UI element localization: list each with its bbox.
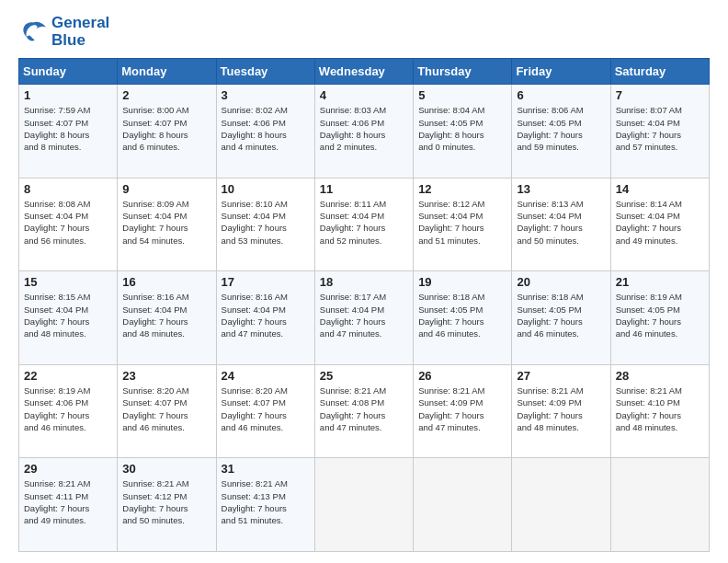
- day-number: 18: [320, 275, 408, 289]
- day-number: 26: [418, 369, 506, 383]
- cell-text: Sunrise: 8:21 AM Sunset: 4:12 PM Dayligh…: [122, 477, 210, 526]
- cell-text: Sunrise: 8:04 AM Sunset: 4:05 PM Dayligh…: [418, 104, 506, 153]
- cell-text: Sunrise: 8:13 AM Sunset: 4:04 PM Dayligh…: [517, 198, 605, 247]
- week-row-3: 15Sunrise: 8:15 AM Sunset: 4:04 PM Dayli…: [19, 271, 710, 365]
- cell-text: Sunrise: 8:21 AM Sunset: 4:11 PM Dayligh…: [24, 477, 112, 526]
- calendar-cell: [610, 458, 709, 552]
- calendar-cell: 4Sunrise: 8:03 AM Sunset: 4:06 PM Daylig…: [314, 85, 413, 178]
- cell-text: Sunrise: 8:17 AM Sunset: 4:04 PM Dayligh…: [320, 291, 408, 339]
- calendar-cell: 29Sunrise: 8:21 AM Sunset: 4:11 PM Dayli…: [19, 458, 118, 552]
- weekday-header-wednesday: Wednesday: [314, 59, 413, 85]
- calendar-cell: 10Sunrise: 8:10 AM Sunset: 4:04 PM Dayli…: [216, 178, 314, 271]
- cell-text: Sunrise: 8:16 AM Sunset: 4:04 PM Dayligh…: [122, 291, 210, 339]
- calendar-cell: 21Sunrise: 8:19 AM Sunset: 4:05 PM Dayli…: [610, 271, 709, 365]
- cell-text: Sunrise: 8:21 AM Sunset: 4:09 PM Dayligh…: [418, 385, 506, 433]
- cell-text: Sunrise: 8:21 AM Sunset: 4:08 PM Dayligh…: [320, 385, 408, 433]
- cell-text: Sunrise: 8:21 AM Sunset: 4:10 PM Dayligh…: [616, 385, 704, 433]
- cell-text: Sunrise: 8:21 AM Sunset: 4:13 PM Dayligh…: [222, 477, 310, 526]
- day-number: 5: [418, 88, 506, 102]
- calendar-cell: 27Sunrise: 8:21 AM Sunset: 4:09 PM Dayli…: [512, 364, 610, 458]
- logo: General Blue: [18, 15, 109, 49]
- day-number: 20: [517, 275, 605, 289]
- day-number: 2: [122, 88, 210, 102]
- calendar-cell: 22Sunrise: 8:19 AM Sunset: 4:06 PM Dayli…: [19, 364, 118, 458]
- cell-text: Sunrise: 8:09 AM Sunset: 4:04 PM Dayligh…: [122, 198, 210, 247]
- calendar-cell: 3Sunrise: 8:02 AM Sunset: 4:06 PM Daylig…: [216, 85, 314, 178]
- calendar-body: 1Sunrise: 7:59 AM Sunset: 4:07 PM Daylig…: [19, 85, 710, 552]
- cell-text: Sunrise: 8:19 AM Sunset: 4:05 PM Dayligh…: [616, 291, 704, 339]
- calendar-cell: 5Sunrise: 8:04 AM Sunset: 4:05 PM Daylig…: [414, 85, 512, 178]
- calendar-cell: 16Sunrise: 8:16 AM Sunset: 4:04 PM Dayli…: [118, 271, 216, 365]
- week-row-1: 1Sunrise: 7:59 AM Sunset: 4:07 PM Daylig…: [19, 85, 710, 178]
- week-row-4: 22Sunrise: 8:19 AM Sunset: 4:06 PM Dayli…: [19, 364, 710, 458]
- weekday-header-sunday: Sunday: [19, 59, 118, 85]
- calendar-cell: 26Sunrise: 8:21 AM Sunset: 4:09 PM Dayli…: [414, 364, 512, 458]
- day-number: 8: [24, 182, 112, 196]
- cell-text: Sunrise: 8:12 AM Sunset: 4:04 PM Dayligh…: [418, 198, 506, 247]
- cell-text: Sunrise: 8:06 AM Sunset: 4:05 PM Dayligh…: [517, 104, 605, 153]
- day-number: 6: [517, 88, 605, 102]
- cell-text: Sunrise: 8:16 AM Sunset: 4:04 PM Dayligh…: [222, 291, 310, 339]
- day-number: 21: [616, 275, 704, 289]
- cell-text: Sunrise: 8:18 AM Sunset: 4:05 PM Dayligh…: [418, 291, 506, 339]
- week-row-5: 29Sunrise: 8:21 AM Sunset: 4:11 PM Dayli…: [19, 458, 710, 552]
- calendar-header: SundayMondayTuesdayWednesdayThursdayFrid…: [19, 59, 710, 85]
- calendar-cell: 7Sunrise: 8:07 AM Sunset: 4:04 PM Daylig…: [610, 85, 709, 178]
- day-number: 24: [222, 369, 310, 383]
- calendar-cell: 8Sunrise: 8:08 AM Sunset: 4:04 PM Daylig…: [19, 178, 118, 271]
- day-number: 23: [122, 369, 210, 383]
- calendar-cell: 12Sunrise: 8:12 AM Sunset: 4:04 PM Dayli…: [414, 178, 512, 271]
- calendar-cell: 6Sunrise: 8:06 AM Sunset: 4:05 PM Daylig…: [512, 85, 610, 178]
- weekday-header-row: SundayMondayTuesdayWednesdayThursdayFrid…: [19, 59, 710, 85]
- header: General Blue: [18, 15, 710, 49]
- cell-text: Sunrise: 8:02 AM Sunset: 4:06 PM Dayligh…: [222, 104, 310, 153]
- calendar-cell: 25Sunrise: 8:21 AM Sunset: 4:08 PM Dayli…: [314, 364, 413, 458]
- calendar-cell: 24Sunrise: 8:20 AM Sunset: 4:07 PM Dayli…: [216, 364, 314, 458]
- calendar-cell: 20Sunrise: 8:18 AM Sunset: 4:05 PM Dayli…: [512, 271, 610, 365]
- day-number: 29: [24, 462, 112, 476]
- cell-text: Sunrise: 8:10 AM Sunset: 4:04 PM Dayligh…: [222, 198, 310, 247]
- day-number: 9: [122, 182, 210, 196]
- logo-text: General Blue: [51, 15, 109, 49]
- cell-text: Sunrise: 8:14 AM Sunset: 4:04 PM Dayligh…: [616, 198, 704, 247]
- cell-text: Sunrise: 8:19 AM Sunset: 4:06 PM Dayligh…: [24, 385, 112, 433]
- day-number: 7: [616, 88, 704, 102]
- calendar-cell: 30Sunrise: 8:21 AM Sunset: 4:12 PM Dayli…: [118, 458, 216, 552]
- day-number: 31: [222, 462, 310, 476]
- cell-text: Sunrise: 8:20 AM Sunset: 4:07 PM Dayligh…: [122, 385, 210, 433]
- day-number: 27: [517, 369, 605, 383]
- cell-text: Sunrise: 8:03 AM Sunset: 4:06 PM Dayligh…: [320, 104, 408, 153]
- day-number: 12: [418, 182, 506, 196]
- calendar-cell: [414, 458, 512, 552]
- day-number: 17: [222, 275, 310, 289]
- day-number: 25: [320, 369, 408, 383]
- calendar-cell: 9Sunrise: 8:09 AM Sunset: 4:04 PM Daylig…: [118, 178, 216, 271]
- day-number: 3: [222, 88, 310, 102]
- calendar-cell: 31Sunrise: 8:21 AM Sunset: 4:13 PM Dayli…: [216, 458, 314, 552]
- day-number: 11: [320, 182, 408, 196]
- day-number: 28: [616, 369, 704, 383]
- calendar-cell: 1Sunrise: 7:59 AM Sunset: 4:07 PM Daylig…: [19, 85, 118, 178]
- calendar-cell: [314, 458, 413, 552]
- week-row-2: 8Sunrise: 8:08 AM Sunset: 4:04 PM Daylig…: [19, 178, 710, 271]
- weekday-header-monday: Monday: [118, 59, 216, 85]
- calendar-cell: 28Sunrise: 8:21 AM Sunset: 4:10 PM Dayli…: [610, 364, 709, 458]
- calendar-cell: 18Sunrise: 8:17 AM Sunset: 4:04 PM Dayli…: [314, 271, 413, 365]
- calendar-cell: 15Sunrise: 8:15 AM Sunset: 4:04 PM Dayli…: [19, 271, 118, 365]
- day-number: 30: [122, 462, 210, 476]
- weekday-header-saturday: Saturday: [610, 59, 709, 85]
- cell-text: Sunrise: 8:21 AM Sunset: 4:09 PM Dayligh…: [517, 385, 605, 433]
- calendar-cell: 13Sunrise: 8:13 AM Sunset: 4:04 PM Dayli…: [512, 178, 610, 271]
- cell-text: Sunrise: 8:18 AM Sunset: 4:05 PM Dayligh…: [517, 291, 605, 339]
- calendar-cell: 2Sunrise: 8:00 AM Sunset: 4:07 PM Daylig…: [118, 85, 216, 178]
- cell-text: Sunrise: 8:00 AM Sunset: 4:07 PM Dayligh…: [122, 104, 210, 153]
- cell-text: Sunrise: 8:11 AM Sunset: 4:04 PM Dayligh…: [320, 198, 408, 247]
- calendar-table: SundayMondayTuesdayWednesdayThursdayFrid…: [18, 58, 710, 552]
- calendar-cell: 17Sunrise: 8:16 AM Sunset: 4:04 PM Dayli…: [216, 271, 314, 365]
- calendar-cell: 23Sunrise: 8:20 AM Sunset: 4:07 PM Dayli…: [118, 364, 216, 458]
- day-number: 14: [616, 182, 704, 196]
- cell-text: Sunrise: 8:20 AM Sunset: 4:07 PM Dayligh…: [222, 385, 310, 433]
- day-number: 4: [320, 88, 408, 102]
- cell-text: Sunrise: 7:59 AM Sunset: 4:07 PM Dayligh…: [24, 104, 112, 153]
- calendar-cell: 11Sunrise: 8:11 AM Sunset: 4:04 PM Dayli…: [314, 178, 413, 271]
